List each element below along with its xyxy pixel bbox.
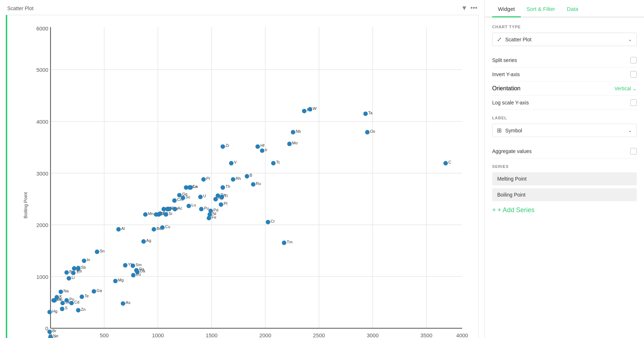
- svg-text:2000: 2000: [259, 333, 271, 338]
- svg-text:Mo: Mo: [292, 141, 298, 145]
- svg-point-179: [308, 107, 312, 111]
- svg-text:In: In: [87, 257, 90, 262]
- svg-text:V: V: [234, 160, 237, 164]
- log-scale-checkbox[interactable]: [630, 99, 637, 106]
- svg-text:2500: 2500: [313, 333, 325, 338]
- svg-text:Al: Al: [121, 226, 125, 231]
- svg-text:W: W: [313, 106, 317, 111]
- svg-text:Sb: Sb: [81, 265, 86, 269]
- chart-type-value: Scatter Plot: [505, 37, 628, 42]
- svg-point-171: [291, 130, 295, 134]
- svg-point-57: [69, 301, 74, 305]
- svg-text:Sn: Sn: [100, 249, 105, 253]
- svg-text:Mn: Mn: [148, 211, 154, 216]
- add-series-label: + Add Series: [498, 206, 535, 214]
- svg-text:Lu: Lu: [191, 203, 196, 207]
- svg-point-79: [116, 227, 121, 231]
- svg-text:Ac: Ac: [178, 206, 182, 210]
- svg-text:3000: 3000: [36, 171, 48, 177]
- svg-text:Da: Da: [140, 269, 145, 273]
- svg-text:Pt: Pt: [224, 201, 228, 206]
- svg-text:S: S: [65, 306, 67, 310]
- svg-point-71: [82, 259, 86, 263]
- svg-point-145: [216, 193, 220, 198]
- svg-text:Nb: Nb: [296, 129, 301, 133]
- svg-text:Ir: Ir: [265, 148, 267, 152]
- invert-y-checkbox[interactable]: [630, 71, 637, 78]
- svg-point-165: [260, 148, 264, 153]
- svg-text:Tc: Tc: [276, 160, 281, 164]
- svg-text:Zr: Zr: [225, 143, 229, 148]
- svg-text:Te: Te: [84, 293, 89, 298]
- split-series-row: Split series: [492, 53, 637, 67]
- label-section-label: LABEL: [492, 116, 637, 120]
- chart-panel: Scatter Plot ▼ ••• Boiling Point: [0, 0, 485, 338]
- svg-point-45: [59, 289, 63, 294]
- svg-point-43: [55, 295, 59, 299]
- svg-point-121: [181, 195, 185, 200]
- label-value: Symbol: [505, 128, 628, 133]
- svg-point-129: [188, 185, 193, 190]
- svg-point-125: [187, 204, 191, 208]
- svg-point-55: [67, 276, 71, 280]
- svg-point-167: [266, 220, 270, 224]
- orientation-row: Orientation Vertical ⌄: [492, 82, 637, 96]
- svg-text:Th: Th: [225, 184, 230, 189]
- tab-sort-filter[interactable]: Sort & Filter: [521, 0, 561, 17]
- svg-point-153: [221, 144, 225, 149]
- svg-point-119: [177, 193, 182, 197]
- svg-point-47: [60, 307, 64, 311]
- more-options-icon[interactable]: •••: [470, 4, 477, 12]
- svg-point-149: [220, 195, 224, 199]
- svg-text:1000: 1000: [152, 333, 164, 338]
- split-series-checkbox[interactable]: [630, 57, 637, 63]
- filter-icon[interactable]: ▼: [461, 4, 468, 12]
- series-item-boiling[interactable]: Boiling Point: [492, 188, 637, 201]
- svg-point-133: [199, 207, 203, 211]
- svg-point-49: [61, 301, 65, 305]
- orientation-dropdown[interactable]: Vertical ⌄: [614, 86, 637, 91]
- svg-text:1500: 1500: [205, 333, 217, 338]
- tab-widget[interactable]: Widget: [492, 0, 521, 17]
- svg-text:500: 500: [100, 333, 109, 338]
- svg-point-183: [363, 111, 367, 116]
- svg-text:Ag: Ag: [146, 238, 151, 243]
- right-panel: Widget Sort & Filter Data CHART TYPE ⤢ S…: [485, 0, 644, 338]
- tab-data[interactable]: Data: [561, 0, 584, 17]
- svg-text:Mg: Mg: [118, 278, 124, 282]
- chart-type-dropdown[interactable]: ⤢ Scatter Plot ⌄: [492, 33, 637, 46]
- svg-point-103: [158, 211, 162, 216]
- svg-point-75: [95, 250, 99, 254]
- svg-point-135: [201, 177, 205, 181]
- svg-point-37: [47, 330, 52, 334]
- svg-point-163: [255, 144, 260, 149]
- svg-point-161: [251, 182, 255, 186]
- svg-text:Li: Li: [71, 275, 75, 280]
- svg-text:K: K: [59, 294, 62, 298]
- svg-point-155: [229, 161, 233, 165]
- aggregate-checkbox[interactable]: [630, 148, 637, 154]
- svg-point-81: [121, 301, 125, 306]
- add-series-button[interactable]: + + Add Series: [492, 204, 637, 216]
- svg-text:Pd: Pd: [213, 208, 219, 212]
- svg-point-113: [167, 207, 171, 211]
- invert-y-row: Invert Y-axis: [492, 67, 637, 82]
- svg-point-131: [198, 195, 203, 199]
- svg-point-147: [219, 202, 223, 207]
- series-item-melting[interactable]: Melting Point: [492, 172, 637, 185]
- chart-title: Scatter Plot: [7, 5, 33, 11]
- svg-text:B: B: [250, 173, 252, 177]
- tab-bar: Widget Sort & Filter Data: [485, 0, 644, 17]
- y-axis-label: Boiling Point: [23, 192, 28, 218]
- svg-text:3000: 3000: [367, 333, 379, 338]
- svg-text:4000: 4000: [456, 333, 468, 338]
- svg-point-69: [76, 308, 80, 312]
- svg-point-73: [92, 289, 96, 293]
- svg-text:Hf: Hf: [260, 143, 265, 148]
- svg-point-59: [71, 271, 75, 275]
- svg-point-85: [130, 264, 135, 268]
- svg-point-169: [271, 161, 275, 165]
- label-dropdown[interactable]: ⊞ Symbol ⌄: [492, 124, 637, 137]
- svg-point-51: [65, 298, 69, 302]
- svg-point-115: [172, 198, 176, 203]
